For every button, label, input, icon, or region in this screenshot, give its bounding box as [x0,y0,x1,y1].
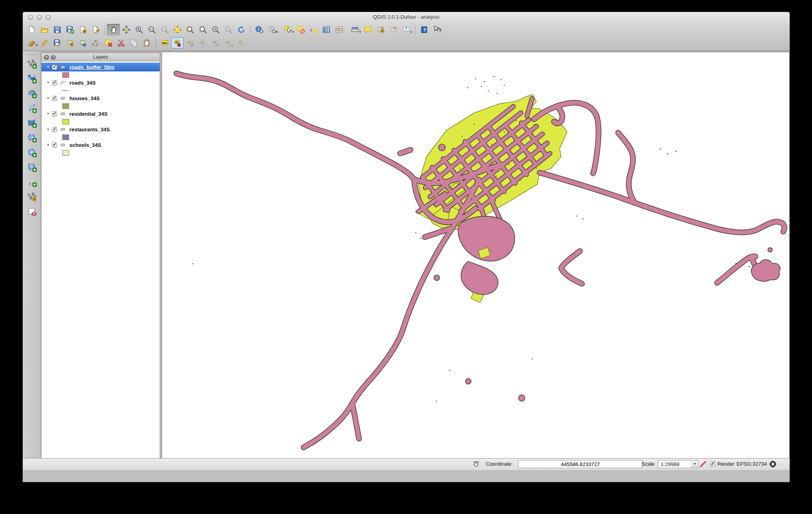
field-calculator-icon[interactable] [333,24,345,36]
pan-to-selection-icon[interactable] [120,24,133,36]
stop-render-icon[interactable] [699,460,707,468]
help-contents-icon[interactable]: ? [418,24,430,36]
map-canvas[interactable] [162,52,790,470]
layer-symbol-swatch[interactable] [62,103,69,109]
disclosure-triangle-icon[interactable]: ▼ [46,127,52,131]
move-feature-icon[interactable] [76,37,89,49]
titlebar[interactable]: QGIS 2.0.1-Dufour - analysis [23,12,790,22]
scale-combobox[interactable]: 1:29988 ▼ [658,460,698,468]
paste-features-icon[interactable] [140,37,153,49]
label-rotate-icon[interactable]: ab [222,37,235,49]
deselect-all-icon[interactable] [294,24,307,36]
zoom-next-icon[interactable] [222,24,235,36]
add-spatialite-layer-icon[interactable] [25,102,39,115]
layer-symbol-line[interactable] [62,90,69,91]
refresh-icon[interactable] [235,24,248,36]
add-mssql-layer-icon[interactable] [25,117,39,129]
toolbar-handle[interactable] [27,53,37,56]
add-delimited-text-layer-icon[interactable]: , [25,176,39,188]
select-by-expression-icon[interactable]: ε [307,24,320,36]
zoom-to-selection-icon[interactable] [196,24,209,36]
layer-item-houses_34S[interactable]: ▼houses_34S [42,94,160,103]
svg-text:ab: ab [175,41,178,43]
select-features-icon[interactable]: ▼ [281,24,294,36]
composer-manager-icon[interactable] [89,24,102,36]
resize-grip[interactable] [783,463,789,468]
save-project-as-icon[interactable] [63,24,76,36]
add-postgis-layer-icon[interactable] [25,87,39,100]
label-properties-icon[interactable]: ab [235,37,248,49]
identify-icon[interactable]: i [253,24,265,36]
layer-visibility-checkbox[interactable] [52,96,57,101]
layer-item-restaurants_34S[interactable]: ▼restaurants_34S [42,125,160,134]
toggle-editing-icon[interactable] [38,37,51,49]
open-attribute-table-icon[interactable] [320,24,333,36]
layer-symbol-swatch[interactable] [62,119,69,125]
add-wms-layer-icon[interactable] [25,131,39,144]
zoom-to-layer-icon[interactable] [184,24,196,36]
label-show-hide-icon[interactable]: ab [196,37,209,49]
disclosure-triangle-icon[interactable]: ▼ [46,96,52,100]
add-wcs-layer-icon[interactable] [25,146,39,159]
coordinate-input[interactable] [518,460,643,468]
save-layer-edits-icon[interactable] [51,37,63,49]
add-feature-icon[interactable] [63,37,76,49]
layer-symbol-swatch[interactable] [62,150,69,156]
delete-selected-icon[interactable] [102,37,115,49]
add-wfs-layer-icon[interactable] [25,161,39,174]
svg-text:ab: ab [188,41,191,43]
open-project-icon[interactable] [38,24,51,36]
zoom-last-icon[interactable] [209,24,222,36]
zoom-in-icon[interactable] [133,24,145,36]
new-project-icon[interactable] [25,24,38,36]
cut-features-icon[interactable] [115,37,127,49]
map-tips-icon[interactable] [361,24,374,36]
chevron-down-icon[interactable]: ▼ [691,461,698,468]
layer-symbol-swatch[interactable] [62,72,69,78]
show-bookmarks-icon[interactable] [387,24,400,36]
add-vector-layer-icon[interactable] [25,57,39,70]
layer-visibility-checkbox[interactable] [52,65,57,70]
layers-panel-header[interactable]: ✕ ❐ Layers [42,53,160,61]
zoom-out-icon[interactable] [145,24,158,36]
disclosure-triangle-icon[interactable]: ▼ [46,81,52,85]
label-unpin-icon[interactable]: ab [184,37,196,49]
zoom-full-icon[interactable] [171,24,184,36]
coordinate-capture-icon[interactable] [472,460,480,468]
text-annotation-icon[interactable]: T▼ [400,24,412,36]
copy-features-icon[interactable] [127,37,140,49]
layer-item-residential_34S[interactable]: ▼residential_34S [42,109,160,118]
pan-map-icon[interactable] [107,24,120,36]
disclosure-triangle-icon[interactable]: ▼ [46,65,52,69]
new-shapefile-layer-icon[interactable] [25,190,39,203]
save-project-icon[interactable] [51,24,63,36]
layer-item-roads_34S[interactable]: ▼roads_34S [42,78,160,87]
layer-visibility-checkbox[interactable] [52,80,57,85]
remove-layer-icon[interactable] [25,205,39,218]
measure-icon[interactable]: ▼ [349,24,361,36]
layer-visibility-checkbox[interactable] [52,111,57,117]
layers-panel: ✕ ❐ Layers ▼roads_buffer_50m▼roads_34S▼h… [41,53,160,461]
new-composer-icon[interactable] [76,24,89,36]
zoom-native-icon[interactable]: 1:1 [158,24,171,36]
layer-symbol-swatch[interactable] [62,134,69,140]
whats-this-icon[interactable]: ? [430,24,443,36]
add-raster-layer-icon[interactable] [25,72,39,85]
crs-status-icon[interactable] [769,460,777,468]
run-feature-action-icon[interactable]: ▼ [265,24,278,36]
node-tool-icon[interactable] [89,37,102,49]
render-checkbox[interactable] [710,461,715,467]
disclosure-triangle-icon[interactable]: ▼ [46,112,52,116]
layer-visibility-checkbox[interactable] [52,142,57,148]
labeling-icon[interactable]: abc [158,37,171,49]
layer-visibility-checkbox[interactable] [52,127,57,132]
new-bookmark-icon[interactable] [374,24,387,36]
label-move-icon[interactable]: ab [209,37,222,49]
layer-swatch-row [42,134,160,140]
manage-layers-toolbar: , [23,51,41,470]
layer-item-roads_buffer_50m[interactable]: ▼roads_buffer_50m [42,63,160,71]
disclosure-triangle-icon[interactable]: ▼ [46,143,52,147]
current-edits-icon[interactable]: ▼ [25,37,38,49]
layer-item-schools_34S[interactable]: ▼schools_34S [42,140,160,149]
label-pin-icon[interactable]: ab [171,37,184,49]
